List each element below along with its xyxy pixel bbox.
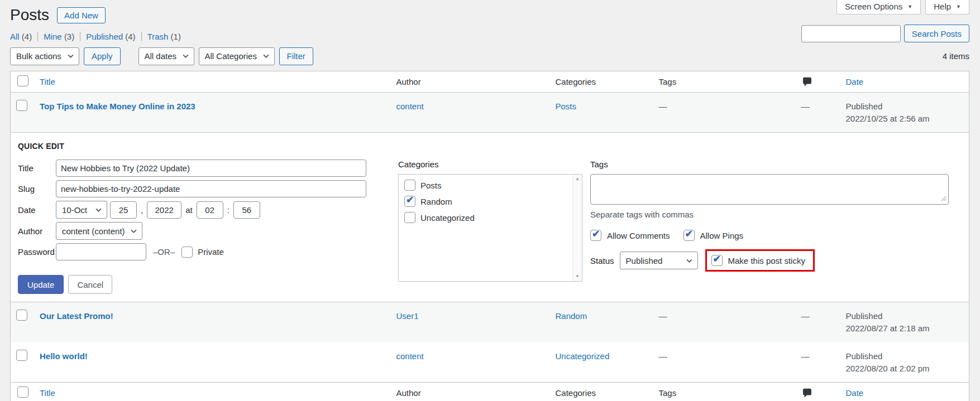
category-option-label: Random (420, 197, 452, 206)
private-checkbox[interactable] (181, 247, 193, 258)
chevron-down-icon: ▼ (907, 4, 912, 9)
allow-pings-checkbox[interactable] (683, 230, 695, 241)
password-field-label: Password (18, 247, 56, 257)
day-field[interactable] (110, 201, 137, 219)
categories-scrollbar[interactable]: ▲ ▼ (572, 175, 582, 281)
category-checkbox[interactable] (404, 196, 415, 207)
sort-date-header[interactable]: Date (846, 388, 864, 398)
author-select-wrap: content (content) (56, 222, 142, 240)
apply-button[interactable]: Apply (84, 47, 121, 65)
category-link[interactable]: Posts (556, 102, 577, 111)
status-select-wrap: Published (620, 252, 698, 269)
author-link[interactable]: User1 (396, 311, 419, 321)
post-date: 2022/10/25 at 2:56 am (846, 113, 964, 125)
sort-date-header[interactable]: Date (846, 77, 864, 86)
add-new-button[interactable]: Add New (57, 7, 106, 23)
posts-table: Title Author Categories Tags Date Top Ti… (10, 71, 969, 401)
posts-admin-page: Screen Options ▼ Help ▼ Posts Add New Se… (10, 0, 969, 401)
private-label: Private (198, 247, 224, 257)
quick-edit-categories-column: Categories Posts (398, 160, 582, 294)
view-count: (1) (171, 32, 181, 41)
quick-edit-heading: QUICK EDIT (18, 142, 949, 151)
row-checkbox[interactable] (16, 350, 27, 361)
scroll-up-icon[interactable]: ▲ (575, 177, 580, 181)
row-checkbox[interactable] (16, 100, 27, 111)
category-option-posts[interactable]: Posts (404, 180, 567, 191)
search-posts-button[interactable]: Search Posts (904, 25, 969, 42)
category-checkbox[interactable] (404, 180, 415, 191)
page-header: Posts Add New (10, 0, 969, 24)
comments-cell: — (796, 92, 840, 133)
make-sticky-checkbox[interactable] (711, 255, 723, 266)
category-link[interactable]: Random (556, 311, 587, 321)
scroll-down-icon[interactable]: ▼ (575, 274, 580, 279)
date-cell: Published 2022/10/25 at 2:56 am (840, 92, 969, 133)
category-option-random[interactable]: Random (404, 196, 567, 207)
password-field[interactable] (56, 243, 146, 260)
post-title-link[interactable]: Hello world! (40, 351, 88, 361)
comments-cell: — (796, 302, 840, 342)
allow-pings-label: Allow Pings (700, 231, 744, 240)
sticky-highlight-annotation: Make this post sticky (705, 249, 815, 272)
make-sticky-label: Make this post sticky (728, 256, 805, 265)
row-checkbox[interactable] (16, 310, 27, 321)
author-link[interactable]: content (396, 102, 424, 111)
month-select-wrap: 10-Oct (56, 201, 107, 219)
comments-icon (801, 387, 813, 399)
month-select[interactable]: 10-Oct (56, 201, 107, 219)
screen-options-label: Screen Options (845, 2, 902, 11)
title-field[interactable] (56, 160, 366, 177)
dates-filter-select-wrap: All dates (138, 47, 194, 65)
author-select[interactable]: content (content) (56, 222, 142, 240)
view-label: All (10, 32, 20, 41)
cancel-button[interactable]: Cancel (68, 275, 112, 294)
screen-options-button[interactable]: Screen Options ▼ (836, 0, 921, 15)
author-link[interactable]: content (396, 351, 424, 361)
allow-comments-label: Allow Comments (607, 231, 670, 240)
date-field-label: Date (18, 205, 56, 215)
categories-header: Categories (550, 71, 653, 92)
category-checkbox[interactable] (404, 212, 415, 223)
hour-field[interactable] (197, 201, 223, 219)
help-button[interactable]: Help ▼ (925, 0, 969, 15)
update-button[interactable]: Update (18, 275, 64, 294)
tags-cell: — (653, 342, 796, 383)
slug-field[interactable] (56, 180, 366, 197)
post-title-link[interactable]: Our Latest Promo! (40, 311, 113, 321)
date-cell: Published 2022/08/20 at 2:02 pm (840, 342, 969, 383)
year-field[interactable] (147, 201, 181, 219)
status-select[interactable]: Published (620, 252, 698, 269)
view-trash-link[interactable]: Trash (1) (147, 32, 181, 41)
tags-textarea[interactable] (590, 174, 949, 205)
quick-edit-left-column: Title Slug Date 10- (18, 160, 366, 294)
view-published-link[interactable]: Published (4) (86, 32, 135, 41)
view-mine-link[interactable]: Mine (3) (44, 32, 74, 41)
sort-title-header[interactable]: Title (40, 77, 55, 86)
table-footer: Title Author Categories Tags Date (11, 383, 969, 401)
status-field-label: Status (590, 256, 614, 265)
view-all-link[interactable]: All (4) (10, 32, 32, 41)
allow-comments-checkbox[interactable] (590, 230, 601, 241)
table-toolbar-top: Bulk actions Apply All dates All Categor… (10, 47, 969, 65)
category-link[interactable]: Uncategorized (556, 351, 610, 361)
quick-edit-row: QUICK EDIT Title Slug (11, 133, 969, 302)
post-title-link[interactable]: Top Tips to Make Money Online in 2023 (40, 102, 195, 111)
post-status: Published (846, 100, 964, 113)
view-count: (4) (22, 32, 32, 41)
bulk-actions-select[interactable]: Bulk actions (10, 47, 79, 65)
select-all-checkbox[interactable] (17, 386, 28, 398)
view-all: All (4) (10, 32, 38, 41)
categories-filter-select[interactable]: All Categories (199, 47, 275, 65)
post-status: Published (846, 350, 964, 363)
search-input[interactable] (801, 25, 901, 42)
resize-handle-icon[interactable] (941, 196, 946, 201)
select-all-checkbox[interactable] (17, 75, 28, 86)
sort-title-header[interactable]: Title (40, 388, 55, 398)
category-option-uncategorized[interactable]: Uncategorized (404, 212, 567, 223)
table-row: Hello world! content Uncategorized — — P… (11, 342, 969, 383)
minute-field[interactable] (233, 201, 260, 219)
tags-header: Tags (653, 71, 796, 92)
filter-button[interactable]: Filter (279, 47, 313, 65)
tags-field-label: Tags (590, 160, 949, 169)
dates-filter-select[interactable]: All dates (138, 47, 194, 65)
